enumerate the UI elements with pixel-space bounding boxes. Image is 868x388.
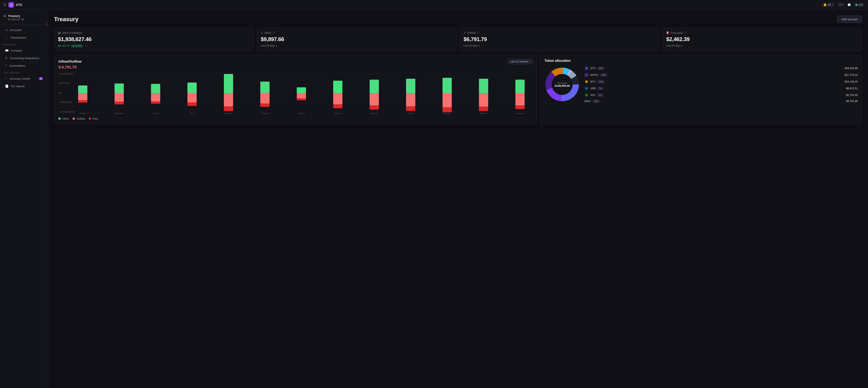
arb-pct: 7% — [597, 87, 604, 90]
token-allocation-card: Token allocation — [540, 55, 862, 124]
inflow-period[interactable]: Last 30 days ▾ — [261, 44, 277, 47]
donut-layout: All assets $149,000.00 ETH — [545, 66, 858, 103]
donut-center-label: All assets — [555, 82, 570, 84]
menu-icon[interactable]: ☰ — [3, 3, 6, 7]
svg-rect-32 — [224, 107, 233, 111]
svg-rect-67 — [479, 107, 488, 111]
sol-pct: 2% — [597, 93, 603, 97]
sidebar-item-tax-reports[interactable]: 📄 Tax reports — [2, 83, 46, 90]
help-pill[interactable]: ? ▾ — [838, 2, 844, 7]
matic-value: $37,779.24 — [844, 73, 858, 77]
fees-chevron: ▾ — [681, 44, 682, 47]
arb-name: ARB — [590, 87, 596, 90]
online-dot — [856, 4, 858, 6]
svg-text:5000: 5000 — [58, 82, 70, 84]
automations-icon: ▽ — [5, 64, 7, 67]
clock-icon[interactable]: 🕐 — [847, 3, 851, 6]
notification-count: 28 — [828, 3, 831, 6]
treasury-header: 🏛 Treasury — [3, 14, 44, 18]
user-pill[interactable]: GM — [854, 2, 865, 7]
notification-pill[interactable]: 🔔 28 ▾ — [822, 2, 835, 7]
sidebar-item-automations[interactable]: ▽ Automations — [2, 62, 46, 69]
svg-rect-56 — [406, 93, 415, 107]
transactions-label: Transactions — [10, 36, 26, 39]
outflow-info-icon[interactable]: ⓘ — [477, 31, 479, 34]
svg-rect-27 — [187, 102, 197, 106]
svg-rect-90 — [586, 94, 588, 95]
svg-rect-36 — [260, 93, 270, 103]
fees-sub: Last 30 days ▾ — [666, 44, 858, 47]
accounting-label: Accounting integrations — [10, 57, 39, 60]
donut-center-value: $149,000.00 — [555, 84, 570, 87]
token-row-matic: MATIC 19% $37,779.24 — [584, 73, 858, 77]
sidebar-item-contacts[interactable]: 📖 Contacts — [2, 47, 46, 54]
fees-info-icon[interactable]: ⓘ — [684, 31, 686, 34]
sidebar-item-transactions[interactable]: ↔ Transactions — [2, 34, 46, 41]
outflow-period[interactable]: Last 30 days ▾ — [464, 44, 480, 47]
eth-icon — [584, 66, 589, 70]
stat-card-inflow: ↙ Inflow ⓘ $9,897.66 Last 30 days ▾ — [257, 28, 457, 51]
svg-rect-61 — [442, 93, 452, 107]
treasury-name: Treasury — [8, 14, 20, 18]
chart-net-value: $-6,791.79 — [58, 65, 533, 69]
svg-text:Jan: Jan — [407, 113, 414, 114]
notification-icon: 🔔 — [824, 3, 827, 6]
fees-period[interactable]: Last 30 days ▾ — [666, 44, 682, 47]
inflow-outflow-chart-card: Inflow/Outflow Last 12 months ▾ $-6,791.… — [54, 55, 537, 124]
sidebar-item-accounts[interactable]: 🗃 Accounts — [2, 26, 46, 33]
outflow-value: $6,791.79 — [464, 36, 655, 42]
token-row-btc: ₿ BTC 12% $23,146.20 — [584, 80, 858, 84]
contacts-icon: 📖 — [5, 49, 8, 52]
accounting-icon: ⚙ — [5, 56, 8, 60]
accounts-icon: 🗃 — [5, 28, 8, 32]
legend-fees: Fees — [89, 117, 98, 120]
donut-title: Token allocation — [545, 59, 858, 63]
svg-rect-26 — [187, 93, 197, 102]
fees-label: ⛽ Fees paid ⓘ — [666, 31, 858, 34]
svg-rect-12 — [78, 100, 87, 103]
matic-name: MATIC — [590, 73, 598, 77]
fees-value: $2,462.39 — [666, 36, 858, 42]
help-icon: ? — [839, 3, 841, 6]
bottom-grid: Inflow/Outflow Last 12 months ▾ $-6,791.… — [54, 55, 862, 124]
transactions-icon: ↔ — [5, 36, 8, 39]
btc-value: $23,146.20 — [844, 80, 858, 83]
outflow-chevron: ▾ — [478, 44, 480, 47]
eth-value: $49,523.88 — [844, 67, 858, 70]
donut-wrap: All assets $149,000.00 — [545, 67, 580, 102]
token-row-eth: ETH 26% $49,523.88 — [584, 66, 858, 70]
holdings-info-icon[interactable]: ⓘ — [85, 44, 87, 48]
inflow-chevron: ▾ — [276, 44, 277, 47]
sidebar-item-accounting[interactable]: ⚙ Accounting integrations — [2, 55, 46, 62]
main-content: Treasury Add account ▦ Value of holdings… — [48, 10, 868, 388]
sol-name: SOL — [590, 94, 595, 97]
stat-card-fees: ⛽ Fees paid ⓘ $2,462.39 Last 30 days ▾ — [662, 28, 862, 51]
period-label: Last 12 months — [510, 60, 528, 63]
svg-text:₿: ₿ — [586, 81, 587, 82]
other-value: $8,754.46 — [846, 100, 858, 103]
svg-rect-46 — [333, 93, 342, 105]
period-selector[interactable]: Last 12 months ▾ — [507, 59, 533, 64]
token-row-other: Other 12% $8,754.46 — [584, 99, 858, 103]
holdings-change: $6,791.79 — [58, 44, 69, 47]
svg-text:Jul: Jul — [189, 113, 195, 114]
svg-rect-16 — [115, 93, 124, 101]
inflow-info-icon[interactable]: ⓘ — [273, 31, 275, 34]
sidebar-item-accuracy-review[interactable]: ✓ Accuracy review 3 — [2, 75, 46, 82]
svg-text:May: May — [115, 113, 123, 114]
treasury-icon: 🏛 — [3, 14, 6, 18]
arb-value: $8,622.51 — [846, 87, 858, 90]
sidebar-treasury[interactable]: 🏛 Treasury $1,938,627.46 — [0, 12, 48, 25]
add-account-button[interactable]: Add account — [837, 16, 862, 23]
token-list: ETH 26% $49,523.88 MATIC 19% — [584, 66, 858, 103]
svg-rect-20 — [151, 84, 160, 93]
accuracy-label: Accuracy review — [10, 77, 30, 80]
svg-text:Aug: Aug — [224, 113, 232, 114]
sol-icon — [584, 93, 589, 97]
topnav-left: ☰ C CTC — [3, 2, 23, 7]
sidebar-collapse-btn[interactable]: ‹ — [46, 22, 48, 26]
svg-text:Jun: Jun — [152, 113, 159, 114]
svg-text:-5000: -5000 — [58, 101, 72, 103]
svg-rect-51 — [370, 93, 379, 106]
inflow-label: ↙ Inflow ⓘ — [261, 31, 453, 34]
